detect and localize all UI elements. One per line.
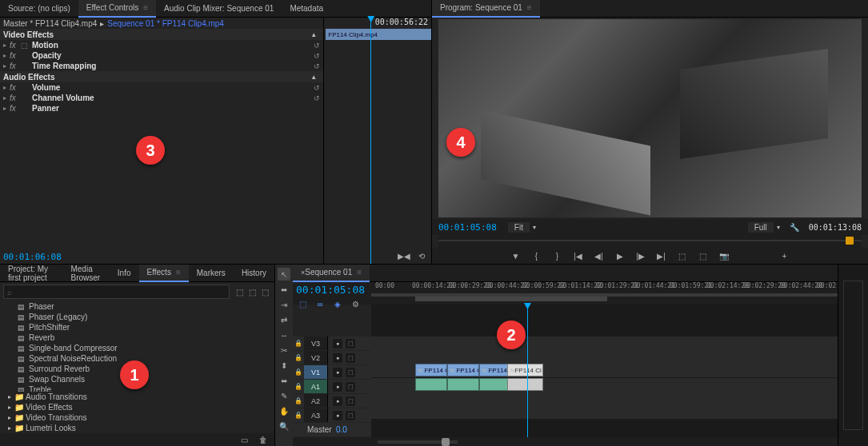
export-frame-icon[interactable]: 📷: [718, 249, 730, 262]
sequence-clip-link[interactable]: Sequence 01 * FP114 Clip4.mp4: [107, 19, 224, 28]
transform-icon[interactable]: ⬚: [21, 42, 32, 50]
track-target[interactable]: A1: [304, 380, 328, 393]
filter-icon[interactable]: ⬚: [258, 285, 271, 298]
fx-badge[interactable]: fx: [10, 104, 21, 113]
delete-icon[interactable]: 🗑: [257, 433, 270, 446]
reset-icon[interactable]: ↺: [310, 42, 323, 50]
audio-clip[interactable]: [415, 378, 447, 391]
track-header[interactable]: 🔒A2●⬚: [293, 394, 371, 408]
dropdown-icon[interactable]: ▾: [533, 224, 536, 231]
timeline-track-area[interactable]: fxFP114 CfxFP114 CfxFP114 Cfx FP114 Cl: [371, 305, 838, 437]
slip-tool-icon[interactable]: ⬍: [278, 359, 290, 372]
selection-tool-icon[interactable]: ↖: [278, 268, 290, 281]
settings-icon[interactable]: 🔧: [788, 221, 801, 233]
reset-icon[interactable]: ↺: [310, 84, 323, 92]
expand-icon[interactable]: ▸: [3, 52, 10, 59]
sync-lock-icon[interactable]: ⬚: [346, 382, 355, 392]
sync-lock-icon[interactable]: ⬚: [346, 411, 355, 420]
effect-folder[interactable]: ▸📁Video Effects: [0, 402, 274, 412]
zoom-bar[interactable]: [415, 297, 607, 301]
audio-clip[interactable]: [447, 378, 479, 391]
effect-name[interactable]: Panner: [32, 104, 323, 113]
effect-folder[interactable]: ▸📁Lumetri Looks: [0, 423, 274, 433]
reset-icon[interactable]: ↺: [310, 52, 323, 60]
timeline-zoom-slider[interactable]: [378, 440, 458, 444]
effect-timecode[interactable]: 00:01:06:08: [3, 252, 62, 262]
expand-icon[interactable]: ▸: [8, 404, 14, 411]
panel-menu-icon[interactable]: ≡: [527, 3, 532, 12]
track-target[interactable]: V3: [304, 336, 328, 350]
track-target[interactable]: V2: [304, 351, 328, 364]
lock-icon[interactable]: 🔒: [293, 383, 304, 390]
tab-media-browser[interactable]: Media Browser: [62, 265, 109, 282]
track-header[interactable]: 🔒V2●⬚: [293, 351, 371, 364]
mark-in-icon[interactable]: {: [530, 249, 543, 262]
effect-preset-item[interactable]: ▤Phaser: [0, 301, 274, 312]
effect-folder[interactable]: ▸📁Video Transitions: [0, 412, 274, 423]
fx-badge[interactable]: fx: [10, 62, 21, 70]
zoom-tool-icon[interactable]: 🔍: [278, 420, 290, 432]
fx-badge[interactable]: fx: [10, 51, 21, 60]
track-target[interactable]: V1: [304, 365, 328, 379]
expand-icon[interactable]: ▸: [8, 424, 14, 432]
panel-menu-icon[interactable]: ≡: [143, 3, 148, 12]
effect-name[interactable]: Channel Volume: [32, 94, 310, 102]
tab-effects[interactable]: Effects≡: [139, 265, 189, 282]
lift-icon[interactable]: ⬚: [676, 249, 689, 262]
effect-preset-item[interactable]: ▤PitchShifter: [0, 322, 274, 333]
rolling-edit-tool-icon[interactable]: ⇄: [278, 313, 290, 326]
extract-icon[interactable]: ⬚: [697, 249, 710, 262]
reset-icon[interactable]: ↺: [310, 94, 323, 102]
mute-toggle[interactable]: ●: [333, 368, 342, 377]
expand-icon[interactable]: ▸: [8, 414, 14, 421]
video-clip[interactable]: fx FP114 Cl: [507, 364, 543, 376]
clip-bar[interactable]: FP114 Clip4.mp4: [326, 29, 431, 40]
razor-tool-icon[interactable]: ✂: [278, 344, 290, 356]
sync-lock-icon[interactable]: ⬚: [346, 353, 355, 363]
effect-folder[interactable]: ▸📁Audio Transitions: [0, 392, 274, 402]
program-monitor-video[interactable]: [438, 19, 862, 217]
track-header[interactable]: 🔒V1●⬚: [293, 365, 371, 379]
step-forward-icon[interactable]: |▶: [634, 249, 647, 262]
play-icon[interactable]: ▶: [614, 249, 626, 262]
dropdown-icon[interactable]: ▾: [777, 224, 780, 231]
slide-tool-icon[interactable]: ⬌: [278, 374, 290, 387]
effect-name[interactable]: Volume: [32, 83, 310, 92]
lock-icon[interactable]: 🔒: [293, 354, 304, 361]
master-level[interactable]: 0.0: [336, 425, 347, 434]
filter-icon[interactable]: ⬚: [246, 285, 258, 298]
effect-name[interactable]: Motion: [32, 41, 310, 50]
mute-toggle[interactable]: ●: [333, 353, 342, 363]
track-target[interactable]: A2: [304, 394, 328, 408]
track-header[interactable]: 🔒A1●⬚: [293, 380, 371, 393]
collapse-icon[interactable]: ▲: [310, 74, 317, 81]
filter-icon[interactable]: ⬚: [233, 285, 246, 298]
track-header[interactable]: 🔒A3●⬚: [293, 408, 371, 422]
sync-lock-icon[interactable]: ⬚: [346, 368, 355, 377]
tab-effect-controls[interactable]: Effect Controls≡: [78, 0, 156, 18]
loop-icon[interactable]: ⟲: [415, 249, 428, 262]
lock-icon[interactable]: 🔒: [293, 412, 304, 419]
tab-metadata[interactable]: Metadata: [282, 0, 331, 18]
panel-menu-icon[interactable]: ≡: [176, 268, 181, 277]
go-to-out-icon[interactable]: ▶|: [655, 249, 668, 262]
reset-icon[interactable]: ↺: [310, 62, 323, 70]
tab-info[interactable]: Info: [110, 265, 139, 282]
mute-toggle[interactable]: ●: [333, 396, 342, 406]
effect-preset-item[interactable]: ▤Single-band Compressor: [0, 343, 274, 353]
program-duration-tc[interactable]: 00:01:13:08: [809, 223, 862, 232]
lock-icon[interactable]: 🔒: [293, 368, 304, 376]
tab-program[interactable]: Program: Sequence 01≡: [432, 0, 540, 18]
tab-sequence[interactable]: × Sequence 01≡: [293, 265, 370, 282]
go-to-in-icon[interactable]: |◀: [572, 249, 585, 262]
tab-source[interactable]: Source: (no clips): [0, 0, 78, 18]
mute-toggle[interactable]: ●: [333, 382, 342, 392]
out-point-marker[interactable]: [846, 237, 854, 245]
panel-menu-icon[interactable]: ≡: [357, 268, 362, 277]
tab-markers[interactable]: Markers: [189, 265, 234, 282]
effect-name[interactable]: Time Remapping: [32, 62, 310, 70]
lock-icon[interactable]: 🔒: [293, 340, 304, 347]
fx-badge[interactable]: fx: [10, 94, 21, 102]
track-target[interactable]: A3: [304, 408, 328, 422]
sync-lock-icon[interactable]: ⬚: [346, 396, 355, 406]
